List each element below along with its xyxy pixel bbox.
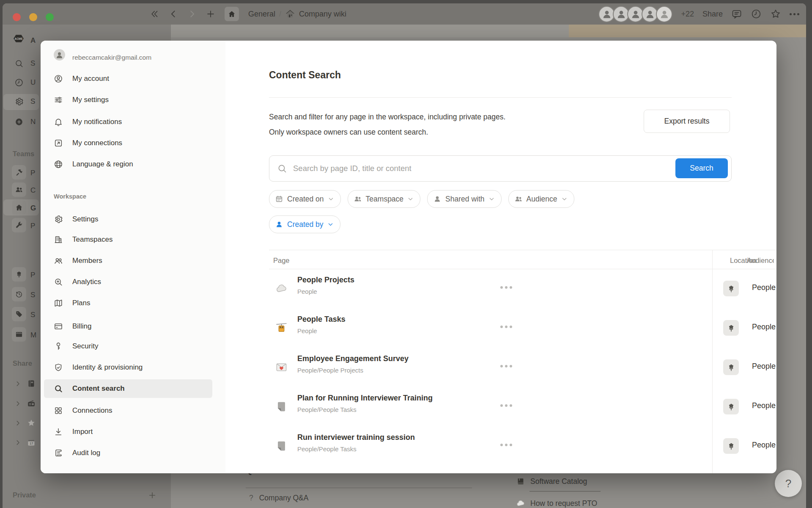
teamspace-item <box>12 182 26 197</box>
sidebar-item-security[interactable]: Security <box>44 337 212 356</box>
row-actions-ellipsis[interactable] <box>500 326 512 328</box>
sidebar-item-label: Connections <box>72 406 112 415</box>
column-header-audience: Audience <box>747 252 774 268</box>
teamspace-label-truncated: P <box>30 169 35 177</box>
sidebar-item-plans[interactable]: Plans <box>44 294 212 312</box>
workspace-name-truncated: A <box>30 36 36 45</box>
help-button: ? <box>775 470 802 497</box>
chevron-down-icon <box>407 196 414 202</box>
location-cell: People <box>752 283 776 292</box>
sidebar-item-my-account[interactable]: My account <box>44 69 212 88</box>
love-letter-page-icon <box>275 361 288 373</box>
sidebar-item-label: Members <box>72 257 102 265</box>
users-icon <box>354 195 362 203</box>
content-search-panel: Content Search Search and filter for any… <box>225 41 776 473</box>
default-page-icon <box>275 400 288 413</box>
link-underline <box>529 491 601 491</box>
cablecar-page-icon <box>275 322 288 334</box>
home-icon <box>15 203 23 212</box>
svg-text:ACME: ACME <box>15 37 23 40</box>
share-button: Share <box>702 10 723 19</box>
sidebar-item-import[interactable]: Import <box>44 422 212 441</box>
comments-icon <box>731 8 742 19</box>
sidebar-item-identity-provisioning[interactable]: Identity & provisioning <box>44 358 212 377</box>
teamspace-item <box>12 307 26 321</box>
filter-label: Shared with <box>445 195 484 204</box>
sidebar-item-content-search[interactable]: Content search <box>44 379 212 398</box>
sidebar-item-audit-log[interactable]: Audit log <box>44 444 212 462</box>
sidebar-item-billing[interactable]: Billing <box>44 317 212 336</box>
page-title-cell: Employee Engagement Survey <box>297 354 409 363</box>
search-input[interactable] <box>292 158 645 179</box>
filter-audience[interactable]: Audience <box>508 190 574 208</box>
bell-icon <box>54 117 63 127</box>
sidebar-item-my-connections[interactable]: My connections <box>44 134 212 152</box>
filter-created-by[interactable]: Created by <box>269 215 340 233</box>
row-actions-ellipsis[interactable] <box>500 444 512 446</box>
close-window-button <box>13 13 21 21</box>
flower-icon <box>15 270 23 279</box>
page-path-cell: People <box>297 288 317 295</box>
page-cover-dimmed <box>569 25 806 37</box>
sidebar-item-settings[interactable]: Settings <box>44 210 212 229</box>
sidebar-label-truncated: S <box>30 97 35 106</box>
search-button[interactable]: Search <box>675 158 728 178</box>
teamspace-item <box>12 267 26 282</box>
sidebar-item-my-settings[interactable]: My settings <box>44 91 212 109</box>
toolbar: General / Company wiki +22 Share <box>3 3 806 25</box>
page-house-icon <box>285 9 295 19</box>
link-label: Software Catalog <box>530 477 587 486</box>
pto-link: How to request PTO <box>516 499 597 508</box>
teamspace-label-truncated: M <box>30 331 36 340</box>
filter-shared-with[interactable]: Shared with <box>427 190 501 208</box>
user-icon <box>275 220 283 229</box>
row-actions-ellipsis[interactable] <box>500 365 512 367</box>
building-icon <box>54 235 63 244</box>
page-title-cell: People Tasks <box>297 315 346 324</box>
account-email: rebeccamcakir@gmail.com <box>72 48 151 67</box>
filter-created-on[interactable]: Created on <box>269 190 341 208</box>
teamspace-item <box>12 287 26 301</box>
minimize-window-button <box>29 13 37 21</box>
sidebar-item-label: My account <box>72 75 109 83</box>
sidebar-collapse-icon <box>150 9 159 19</box>
export-results-button[interactable]: Export results <box>644 110 730 133</box>
cloud-page-icon <box>275 282 288 295</box>
filter-label: Audience <box>527 195 557 204</box>
chevron-down-icon <box>328 196 334 202</box>
table-row[interactable]: Plan for Running Interviewer Training Pe… <box>269 387 776 426</box>
table-row[interactable]: Run interviewer training session People/… <box>269 426 776 466</box>
sidebar-item-analytics[interactable]: Analytics <box>44 273 212 291</box>
chevron-right-icon <box>14 380 22 387</box>
sidebar-item-members[interactable]: Members <box>44 251 212 270</box>
sidebar-item-my-notifications[interactable]: My notifications <box>44 113 212 131</box>
chevron-down-icon <box>561 196 568 202</box>
favorite-star-icon <box>770 8 781 19</box>
filter-teamspace[interactable]: Teamspace <box>348 190 421 208</box>
row-actions-ellipsis[interactable] <box>500 404 512 407</box>
sidebar-item-language-region[interactable]: Language & region <box>44 155 212 174</box>
new-page-icon <box>206 9 215 19</box>
private-section-label: Private <box>13 491 36 499</box>
company-qa-link: ? Company Q&A <box>249 494 308 502</box>
table-row[interactable]: Employee Engagement Survey People/People… <box>269 348 776 387</box>
avatar <box>656 6 672 22</box>
grid-icon <box>54 406 63 415</box>
sidebar-item-label: Import <box>72 428 93 436</box>
row-actions-ellipsis[interactable] <box>500 286 512 289</box>
hammer-icon <box>15 168 23 177</box>
sidebar-item-teamspaces[interactable]: Teamspaces <box>44 230 212 249</box>
shared-section-label: Share <box>13 359 32 367</box>
key-icon <box>54 342 63 351</box>
table-row[interactable]: People Projects People People Share <box>269 269 776 308</box>
sidebar-item-label: Settings <box>72 215 98 224</box>
sidebar-item-connections[interactable]: Connections <box>44 401 212 420</box>
table-row[interactable]: People Tasks People People Share <box>269 308 776 348</box>
user-circle-icon <box>54 74 63 83</box>
table-border <box>269 250 776 250</box>
svg-text:17: 17 <box>30 442 33 445</box>
location-cell: People <box>752 323 776 331</box>
globe-icon <box>54 160 63 169</box>
sidebar-item-label: Content search <box>72 384 125 393</box>
history-icon <box>15 290 23 298</box>
